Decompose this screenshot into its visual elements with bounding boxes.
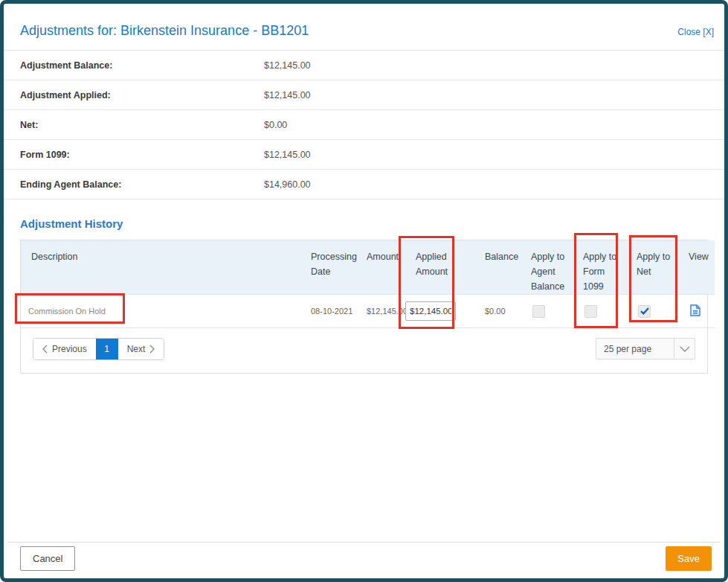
summary-value: $12,145.00 [264, 60, 311, 71]
cell-applied-amount [405, 295, 477, 328]
pagination-bar: Previous 1 Next 25 per page [21, 328, 707, 373]
previous-page-button[interactable]: Previous [33, 339, 96, 359]
cell-view [675, 295, 715, 328]
cell-amount: $12,145.00 [367, 295, 405, 328]
column-header-view: View [675, 240, 715, 295]
summary-label: Adjustment Applied: [20, 90, 264, 100]
checkmark-icon [640, 307, 649, 315]
cell-apply-to-form-1099 [576, 295, 623, 328]
cell-apply-to-net [623, 295, 675, 328]
applied-amount-input[interactable] [405, 301, 456, 321]
summary-row-form-1099: Form 1099: $12,145.00 [4, 140, 724, 170]
table-row: Commission On Hold 08-10-2021 $12,145.00… [21, 295, 715, 328]
cancel-button[interactable]: Cancel [20, 546, 75, 571]
summary-value: $0.00 [264, 120, 287, 130]
column-header-apply-to-net: Apply to Net [623, 240, 675, 295]
summary-value: $12,145.00 [264, 150, 311, 160]
summary-label: Ending Agent Balance: [20, 179, 264, 190]
save-button[interactable]: Save [666, 546, 712, 571]
apply-to-agent-balance-checkbox[interactable] [532, 305, 545, 318]
summary-section: Adjustment Balance: $12,145.00 Adjustmen… [4, 51, 724, 199]
table-header-row: Description Processing Date Amount Appli… [21, 240, 715, 295]
chevron-left-icon [42, 345, 48, 354]
column-header-applied-amount: Applied Amount [405, 240, 477, 295]
page-title: Adjustments for: Birkenstein Insurance -… [20, 23, 309, 39]
close-button[interactable]: Close [X] [677, 27, 714, 37]
adjustments-modal: Adjustments for: Birkenstein Insurance -… [0, 0, 728, 582]
summary-row-adjustment-applied: Adjustment Applied: $12,145.00 [4, 80, 724, 110]
modal-header: Adjustments for: Birkenstein Insurance -… [4, 4, 724, 51]
apply-to-net-checkbox[interactable] [638, 305, 651, 318]
adjustment-history-table: Description Processing Date Amount Appli… [21, 240, 715, 328]
summary-label: Net: [20, 120, 264, 130]
column-header-processing-date: Processing Date [311, 240, 367, 295]
column-header-description: Description [21, 240, 311, 295]
previous-label: Previous [52, 344, 87, 354]
next-page-button[interactable]: Next [118, 339, 164, 359]
column-header-amount: Amount [367, 240, 405, 295]
column-header-apply-to-form-1099: Apply to Form 1099 [576, 240, 623, 295]
apply-to-form-1099-checkbox[interactable] [584, 305, 597, 318]
chevron-right-icon [149, 345, 155, 354]
cell-apply-to-agent-balance [524, 295, 576, 328]
next-label: Next [127, 344, 146, 354]
column-header-apply-to-agent-balance: Apply to Agent Balance [524, 240, 576, 295]
per-page-select[interactable]: 25 per page [596, 338, 695, 359]
modal-footer: Cancel Save [7, 542, 721, 575]
cell-processing-date: 08-10-2021 [311, 295, 367, 328]
page-number-1[interactable]: 1 [96, 339, 118, 359]
summary-row-net: Net: $0.00 [4, 110, 724, 140]
summary-row-ending-agent-balance: Ending Agent Balance: $14,960.00 [4, 170, 724, 199]
adjustment-history-heading: Adjustment History [20, 217, 708, 231]
chevron-down-icon [674, 339, 695, 359]
per-page-value: 25 per page [596, 344, 674, 354]
cell-balance: $0.00 [477, 295, 524, 328]
summary-value: $12,145.00 [264, 90, 311, 100]
pager: Previous 1 Next [33, 338, 164, 360]
summary-label: Form 1099: [20, 150, 264, 160]
view-document-icon[interactable] [690, 304, 700, 318]
summary-row-adjustment-balance: Adjustment Balance: $12,145.00 [4, 51, 724, 80]
column-header-balance: Balance [477, 240, 524, 295]
summary-value: $14,960.00 [264, 179, 311, 190]
cell-description: Commission On Hold [21, 295, 311, 328]
summary-label: Adjustment Balance: [20, 60, 264, 71]
adjustment-history-table-container: Description Processing Date Amount Appli… [20, 240, 708, 374]
